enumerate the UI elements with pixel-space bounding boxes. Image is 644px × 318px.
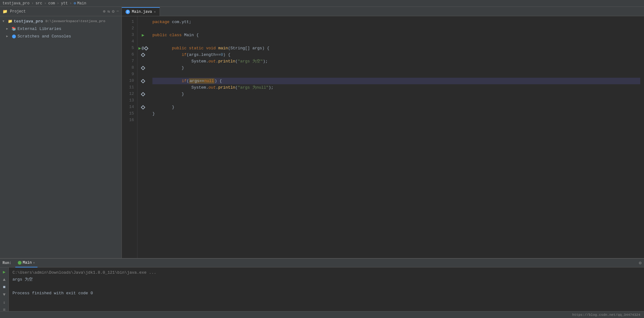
run-output-line1: args 为空 xyxy=(12,276,640,283)
project-path: D:\javaworkspace\testjava_pro xyxy=(46,19,105,23)
run-green-button[interactable]: ▶ xyxy=(2,269,6,275)
settings-icon[interactable]: ⚙ xyxy=(112,9,114,14)
run-exit-line: Process finished with exit code 0 xyxy=(12,290,640,297)
arrow-icon: ▼ xyxy=(2,20,6,23)
project-folder-icon: 📁 xyxy=(7,19,12,24)
code-line-5: public static void main(String[] args) { xyxy=(152,45,640,51)
sidebar: 📁 Project ⊕ ⇆ ⚙ − ▼ 📁 testjava_pro D:\ja… xyxy=(0,7,122,258)
code-line-13 xyxy=(152,97,640,104)
main-area: 📁 Project ⊕ ⇆ ⚙ − ▼ 📁 testjava_pro D:\ja… xyxy=(0,7,644,258)
breakpoint-marker-8[interactable] xyxy=(141,66,145,70)
project-name: testjava_pro xyxy=(14,19,43,24)
library-icon: 📚 xyxy=(11,27,16,31)
library-label: External Libraries xyxy=(17,27,61,31)
bottom-settings-icon[interactable]: ⚙ xyxy=(639,260,642,266)
run-output: C:\Users\admin\Downloads\Java\jdk1.8.0_1… xyxy=(9,267,644,311)
sidebar-item-scratches[interactable]: ▶ ⬤ Scratches and Consoles xyxy=(0,32,121,40)
code-line-15: } xyxy=(152,110,640,117)
bottom-panel: Run: Main ✕ ⚙ ▶ ▲ ■ ▼ ⇓ ≡ C:\Users\admin… xyxy=(0,258,644,311)
run-cmd-line: C:\Users\admin\Downloads\Java\jdk1.8.0_1… xyxy=(12,269,640,276)
run-class-button[interactable]: ▶ xyxy=(142,32,144,38)
collapse-icon[interactable]: ⇆ xyxy=(107,9,110,14)
title-src: src xyxy=(36,1,42,6)
code-content[interactable]: package com.ytt; public class Main { pub… xyxy=(149,16,644,258)
code-line-9 xyxy=(152,71,640,78)
arrow-icon: ▶ xyxy=(6,27,10,31)
arrow-icon: ▶ xyxy=(6,34,10,38)
code-line-3: public class Main { xyxy=(152,32,640,38)
code-line-10: if(args==null) { xyxy=(152,78,640,84)
tab-label: Main.java xyxy=(132,10,152,14)
run-tab-label: Main xyxy=(23,261,32,265)
status-bar: https://blog.csdn.net/qq_34474324 xyxy=(0,311,644,318)
run-tab-close[interactable]: ✕ xyxy=(33,261,35,265)
editor-area: J Main.java ✕ 1 2 3 4 5 6 7 8 9 10 11 12… xyxy=(122,7,644,258)
title-com: com xyxy=(48,1,55,6)
gutter: ▶ ▶ @ xyxy=(137,16,149,258)
code-line-8: } xyxy=(152,65,640,71)
breakpoint-marker-10[interactable] xyxy=(141,79,145,83)
bottom-tab-main[interactable]: Main ✕ xyxy=(15,259,37,267)
java-file-icon: J xyxy=(126,10,130,14)
code-editor[interactable]: 1 2 3 4 5 6 7 8 9 10 11 12 13 14 15 16 xyxy=(122,16,644,258)
run-tab-icon xyxy=(18,261,22,265)
sidebar-title: Project xyxy=(10,9,100,14)
scratches-label: Scratches and Consoles xyxy=(17,34,71,39)
code-line-6: if(args.length==0) { xyxy=(152,51,640,58)
minimize-icon[interactable]: − xyxy=(116,9,119,14)
sync-icon[interactable]: ⊕ xyxy=(103,9,105,14)
run-label: Run: xyxy=(2,261,12,265)
tab-bar: J Main.java ✕ xyxy=(122,7,644,16)
title-project: testjava_pro xyxy=(2,1,29,6)
tab-main-java[interactable]: J Main.java ✕ xyxy=(122,7,160,16)
sidebar-item-libraries[interactable]: ▶ 📚 External Libraries xyxy=(0,25,121,32)
title-bar: testjava_pro › src › com › ytt › ⚙ Main xyxy=(0,0,644,7)
code-line-16 xyxy=(152,117,640,124)
scroll-to-end-button[interactable]: ⇓ xyxy=(2,299,6,306)
filter-button[interactable]: ≡ xyxy=(2,307,6,311)
code-line-14: } xyxy=(152,104,640,110)
code-line-12: } xyxy=(152,91,640,97)
scroll-down-button[interactable]: ▼ xyxy=(2,291,6,298)
scroll-up-button[interactable]: ▲ xyxy=(2,276,6,283)
sidebar-header-icons: ⊕ ⇆ ⚙ − xyxy=(103,9,119,14)
tab-close-button[interactable]: ✕ xyxy=(154,10,156,14)
title-file: Main xyxy=(77,1,86,6)
bottom-tab-bar: Run: Main ✕ ⚙ xyxy=(0,259,644,267)
code-line-2 xyxy=(152,25,640,32)
status-url: https://blog.csdn.net/qq_34474324 xyxy=(572,313,640,317)
run-main-button[interactable]: ▶ xyxy=(138,46,141,51)
code-line-11: System.out.println("args 为null"); xyxy=(152,84,640,91)
title-icon: ⚙ xyxy=(74,1,76,6)
sidebar-item-project[interactable]: ▼ 📁 testjava_pro D:\javaworkspace\testja… xyxy=(0,17,121,25)
bottom-left-tools: ▶ ▲ ■ ▼ ⇓ ≡ xyxy=(0,267,9,311)
code-line-4 xyxy=(152,38,640,45)
code-line-1: package com.ytt; xyxy=(152,19,640,25)
code-line-7: System.out.println("args 为空"); xyxy=(152,58,640,65)
stop-button[interactable]: ■ xyxy=(2,284,6,290)
bottom-inner: ▶ ▲ ■ ▼ ⇓ ≡ C:\Users\admin\Downloads\Jav… xyxy=(0,267,644,311)
breakpoint-marker-6[interactable] xyxy=(141,52,145,57)
breakpoint-marker-14[interactable] xyxy=(141,105,145,109)
sidebar-content: ▼ 📁 testjava_pro D:\javaworkspace\testja… xyxy=(0,16,121,41)
breakpoint-marker-5[interactable] xyxy=(144,46,148,50)
breakpoint-marker-12[interactable] xyxy=(141,92,145,96)
folder-icon: 📁 xyxy=(2,9,7,14)
line-numbers: 1 2 3 4 5 6 7 8 9 10 11 12 13 14 15 16 xyxy=(122,16,137,258)
scratches-icon: ⬤ xyxy=(11,34,16,39)
title-ytt: ytt xyxy=(61,1,68,6)
sidebar-header: 📁 Project ⊕ ⇆ ⚙ − xyxy=(0,7,121,16)
